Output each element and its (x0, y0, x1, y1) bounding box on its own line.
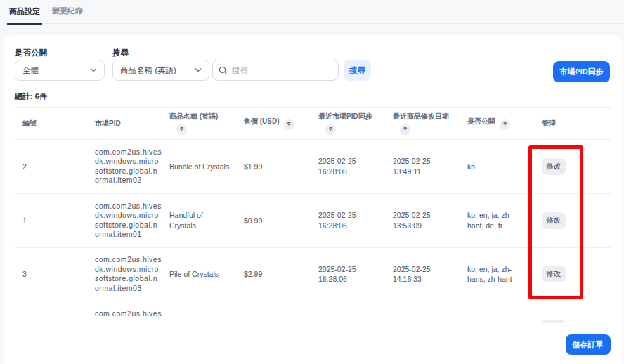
help-icon[interactable]: ? (176, 124, 187, 135)
tab-change-history[interactable]: 變更紀錄 (50, 6, 85, 23)
cell-price: $1.99 (238, 162, 313, 171)
search-input-box (212, 60, 339, 81)
chevron-down-icon (90, 67, 97, 74)
chevron-down-icon (195, 67, 202, 74)
column-header-manage: 管理 (536, 119, 611, 128)
content-panel: 是否公開 全體 搜尋 商品名稱 (英語) (4, 35, 622, 364)
cell-visibility: ko, en, ja, zh-hant, de, fr (462, 210, 536, 231)
filter-bar: 是否公開 全體 搜尋 商品名稱 (英語) (4, 35, 622, 81)
cell-last-sync: 2025-02-25 16:28:06 (313, 210, 387, 231)
search-input[interactable] (232, 66, 332, 74)
cell-product-name: Handful of Crystals (164, 210, 238, 231)
cell-price: $2.99 (238, 270, 313, 278)
cell-product-name: Bundle of Crystals (164, 162, 238, 172)
cell-market-pid: com.com2us.hivesdk.windows.microsoftstor… (89, 202, 164, 240)
help-icon[interactable]: ? (400, 124, 410, 135)
table-section: 編號 市場PID 商品名稱 (英語)? 售價 (USD)? 最近市場PID同步?… (4, 107, 622, 323)
tab-product-settings[interactable]: 商品設定 (7, 6, 42, 25)
edit-button[interactable]: 修改 (542, 158, 566, 175)
table-row: 2 com.com2us.hivesdk.windows.microsoftst… (15, 140, 611, 194)
panel-footer: 儲存訂單 (4, 323, 622, 355)
search-button[interactable]: 搜尋 (344, 60, 371, 81)
cell-market-pid: com.com2us.hivesdk.windows.microsoftstor… (89, 255, 164, 293)
search-field-select[interactable]: 商品名稱 (英語) (112, 60, 209, 81)
cell-last-sync: 2025-02-25 16:28:06 (313, 156, 387, 177)
cell-manage: 修改 (536, 266, 611, 282)
search-icon (219, 66, 228, 75)
column-header-last-modified: 最近商品修改日期? (387, 112, 462, 135)
visibility-filter-label: 是否公開 (15, 48, 105, 57)
help-icon[interactable]: ? (284, 119, 294, 130)
cell-no: 2 (15, 162, 89, 171)
column-header-no: 編號 (15, 119, 89, 128)
cell-last-sync: 2025-02-25 16:28:06 (313, 264, 387, 285)
cell-no: 3 (15, 270, 89, 278)
cell-visibility: ko, en, ja, zh-hans, zh-hant (462, 264, 536, 285)
save-order-button[interactable]: 儲存訂單 (566, 334, 611, 355)
cell-manage: 修改 (536, 212, 611, 229)
cell-product-name: Pile of Crystals (164, 269, 238, 280)
cell-last-modified: 2025-02-25 13:53:09 (387, 210, 462, 231)
edit-button[interactable]: 修改 (542, 212, 566, 229)
market-pid-sync-button[interactable]: 市場PID同步 (553, 61, 610, 82)
help-icon[interactable]: ? (500, 119, 510, 130)
search-field-select-value: 商品名稱 (英語) (120, 65, 176, 76)
cell-market-pid: com.com2us.hivesdk.windows.microsoftstor… (89, 148, 164, 186)
cell-price: $0.99 (238, 216, 313, 225)
cell-manage: 修改 (536, 158, 611, 175)
cell-visibility: ko (462, 162, 536, 172)
table-row: com.com2us.hives 修改 (15, 301, 611, 323)
cell-no: 1 (15, 216, 89, 225)
help-icon[interactable]: ? (325, 124, 336, 135)
edit-button[interactable]: 修改 (542, 266, 566, 282)
column-header-price: 售價 (USD)? (238, 117, 313, 130)
cell-last-modified: 2025-02-25 13:49:11 (387, 156, 462, 177)
cell-market-pid: com.com2us.hives (89, 309, 164, 323)
column-header-visibility: 是否公開? (462, 117, 536, 130)
table-header-row: 編號 市場PID 商品名稱 (英語)? 售價 (USD)? 最近市場PID同步?… (15, 108, 611, 140)
tab-bar: 商品設定 變更紀錄 (4, 0, 622, 24)
total-count: 總計: 6件 (15, 92, 611, 101)
table-row: 1 com.com2us.hivesdk.windows.microsoftst… (15, 194, 611, 248)
table-row: 3 com.com2us.hivesdk.windows.microsoftst… (15, 248, 611, 302)
table-viewport: 編號 市場PID 商品名稱 (英語)? 售價 (USD)? 最近市場PID同步?… (15, 107, 611, 323)
search-filter-label: 搜尋 (112, 48, 371, 57)
column-header-last-sync: 最近市場PID同步? (313, 112, 387, 135)
edit-button[interactable]: 修改 (542, 320, 566, 323)
page: 商品設定 變更紀錄 是否公開 全體 搜尋 商品名稱 (英語) (4, 0, 622, 364)
visibility-select[interactable]: 全體 (15, 60, 105, 81)
column-header-market-pid: 市場PID (89, 119, 164, 128)
cell-last-modified: 2025-02-25 14:16:33 (387, 264, 462, 285)
cell-manage: 修改 (536, 320, 611, 323)
visibility-select-value: 全體 (22, 65, 39, 76)
column-header-product-name: 商品名稱 (英語)? (164, 112, 238, 135)
